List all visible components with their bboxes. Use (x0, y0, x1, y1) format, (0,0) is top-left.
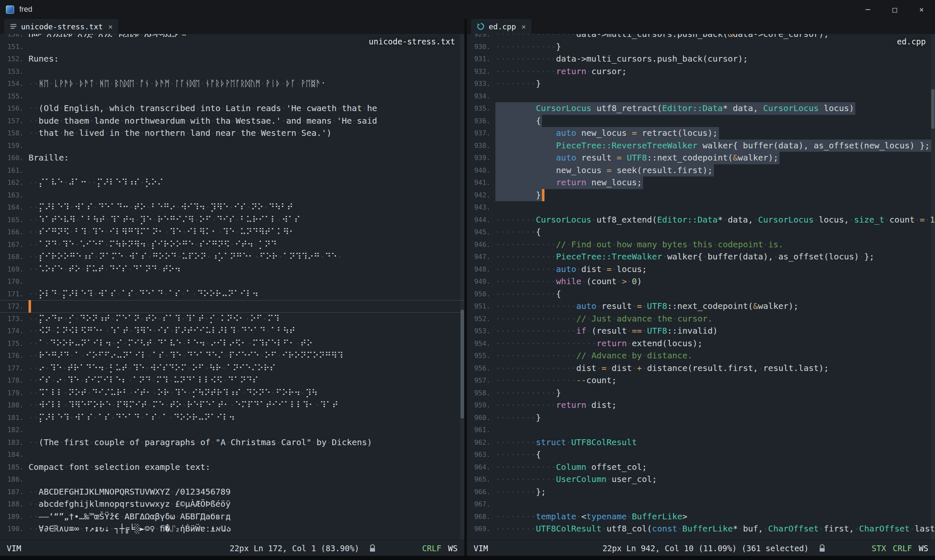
line-text: ············return·cursor; (495, 65, 627, 78)
line-text: ········template·<typename·BufferLike> (495, 511, 688, 523)
code-line: 947.············PieceTree::TreeWalker·wa… (467, 251, 935, 263)
lock-icon (819, 544, 826, 552)
line-number: 937. (467, 127, 490, 140)
code-line: 169.··⠡⠕⠎⠑·⠞⠕·⠏⠥⠞·⠙⠊⠎·⠙⠁⠝⠙·⠞⠕⠲ (0, 263, 464, 276)
scrollbar-thumb[interactable] (931, 89, 935, 129)
status-flag: WS (919, 544, 928, 553)
tab-unicode-stress[interactable]: unicode-stress.txt × (4, 19, 118, 34)
code-line: 969.········UTF8ColResult·utf8_col(const… (467, 523, 935, 535)
line-number: 938. (467, 140, 490, 152)
line-text: ················if·(result·==·UTF8::inva… (495, 325, 718, 337)
close-button[interactable]: × (908, 0, 935, 19)
line-number: 948. (467, 263, 490, 276)
line-text: ··ᚻᛖ·ᚳᚹᚫᚦ·ᚦᚫᛏ·ᚻᛖ·ᛒᚢᛞᛖ·ᚩᚾ·ᚦᚫᛗ·ᛚᚪᚾᛞᛖ·ᚾᚩᚱᚦᚹ… (29, 78, 326, 90)
line-text: ··bude·thaem·lande·northweardum·with·tha… (29, 115, 377, 127)
code-area: 150.ሰው·እንደቤቱ·እንጅ·እንደ·ጉረቤቱ·አይተዳደርም።151.15… (0, 34, 464, 535)
line-number: 190. (0, 523, 23, 535)
line-text: ··⡍⠜⠇⠑⠹·⠺⠁⠎·⠁⠎·⠙⠑⠁⠙·⠁⠎·⠁·⠙⠕⠕⠗⠤⠝⠁⠊⠇⠲ (29, 412, 235, 424)
line-text: ··⠊⠎·⠔·⠹⠑·⠎⠊⠍⠊⠇⠑⠆·⠁⠝⠙·⠍⠹·⠥⠝⠙⠁⠇⠇⠪⠫·⠙⠁⠝⠙⠎ (29, 374, 258, 387)
code-line: 184. (0, 449, 464, 461)
scrollbar-thumb[interactable] (461, 310, 464, 419)
line-number: 963. (467, 449, 490, 461)
scrollbar[interactable] (460, 34, 464, 540)
status-flags: STXCRLFWS (872, 544, 928, 553)
code-line: 164.··⡍⠜⠇⠑⠹·⠺⠁⠎·⠙⠑⠁⠙⠒·⠞⠕·⠃⠑⠛⠔·⠺⠊⠹⠲·⡹⠻⠑·⠊… (0, 201, 464, 214)
code-line: 945.········{ (467, 226, 935, 239)
code-line: 180.··⠺⠊⠇⠇·⠹⠻⠑⠋⠕⠗⠑·⠏⠻⠍⠊⠞·⠍⠑·⠞⠕·⠗⠑⠏⠑⠁⠞⠂·⠑… (0, 399, 464, 412)
line-text: ··⡍⠜⠇⠑⠹·⠺⠁⠎·⠙⠑⠁⠙⠒·⠞⠕·⠃⠑⠛⠔·⠺⠊⠹⠲·⡹⠻⠑·⠊⠎·⠝⠕… (29, 201, 293, 214)
split-view: unicode-stress.txt × 150.ሰው·እንደቤቱ·እንጅ·እን… (0, 19, 935, 556)
line-text: ····················return·extend(locus)… (495, 337, 703, 350)
cursor-position: 22px Ln 942, Col 10 (11.09%) (361 select… (602, 544, 809, 553)
line-number: 160. (0, 152, 23, 164)
line-text: ············{ (495, 288, 561, 301)
line-text: ············UserColumn·user_col; (495, 473, 657, 486)
code-line: 163. (0, 189, 464, 202)
line-text: ················dist·=·dist·+·distance(r… (495, 362, 829, 375)
line-text: ··⠔·⠹⠑·⠞⠗⠁⠙⠑⠲·⡃⠥⠞·⠹⠑·⠺⠊⠎⠙⠕⠍·⠕⠋·⠳⠗·⠁⠝⠊⠑⠌⠕… (29, 362, 276, 375)
scrollbar[interactable] (931, 34, 935, 540)
line-number: 188. (0, 498, 23, 511)
code-line: 967. (467, 498, 935, 511)
code-line: 177.··⠔·⠹⠑·⠞⠗⠁⠙⠑⠲·⡃⠥⠞·⠹⠑·⠺⠊⠎⠙⠕⠍·⠕⠋·⠳⠗·⠁⠝… (0, 362, 464, 375)
line-text: Runes: (29, 53, 59, 65)
line-text: ··⠱⠁⠞⠑⠧⠻·⠁⠃⠳⠞·⠹⠁⠞⠲·⡹⠑·⠗⠑⠛⠊⠌⠻·⠕⠋·⠙⠊⠎·⠃⠥⠗⠊… (29, 214, 300, 226)
line-text: ············Column·offset_col; (495, 461, 647, 474)
maximize-button[interactable]: □ (881, 0, 908, 19)
line-text: ············} (495, 387, 561, 399)
line-text: ··⡎⠊⠗⠕⠕⠛⠑⠰⠎·⠝⠁⠍⠑·⠺⠁⠎·⠛⠕⠕⠙·⠥⠏⠕⠝·⠰⡡⠁⠝⠛⠑⠂·⠋… (29, 251, 342, 263)
line-number: 955. (467, 350, 490, 362)
code-line: 930.············} (467, 41, 935, 53)
editor-unicode-stress[interactable]: 150.ሰው·እንደቤቱ·እንጅ·እንደ·ጉረቤቱ·አይተዳደርም።151.15… (0, 34, 464, 540)
tab-ed-cpp[interactable]: ed.cpp × (471, 19, 531, 34)
cpp-refresh-icon (477, 22, 485, 31)
line-number: 945. (467, 226, 490, 239)
code-line: 165.··⠱⠁⠞⠑⠧⠻·⠁⠃⠳⠞·⠹⠁⠞⠲·⡹⠑·⠗⠑⠛⠊⠌⠻·⠕⠋·⠙⠊⠎·… (0, 214, 464, 226)
code-line: 943. (467, 201, 935, 214)
code-line: 181.··⡍⠜⠇⠑⠹·⠺⠁⠎·⠁⠎·⠙⠑⠁⠙·⠁⠎·⠁·⠙⠕⠕⠗⠤⠝⠁⠊⠇⠲ (0, 412, 464, 424)
tab-close-icon[interactable]: × (108, 22, 113, 31)
line-text: ··⠎⠊⠛⠝⠫·⠃⠹·⠹⠑·⠊⠇⠻⠛⠹⠍⠁⠝⠂·⠹⠑·⠊⠇⠻⠅⠂·⠹⠑·⠥⠝⠙⠻… (29, 226, 295, 239)
line-text: ········{ (495, 115, 542, 127)
line-number: 176. (0, 350, 23, 362)
line-text: Compact·font·selection·example·text: (29, 461, 211, 474)
line-number: 166. (0, 226, 23, 239)
editor-ed-cpp[interactable]: 929.················data->multi_cursors.… (467, 34, 935, 540)
window-edge (0, 556, 935, 560)
line-number: 155. (0, 90, 23, 103)
code-line: 166.··⠎⠊⠛⠝⠫·⠃⠹·⠹⠑·⠊⠇⠻⠛⠹⠍⠁⠝⠂·⠹⠑·⠊⠇⠻⠅⠂·⠹⠑·… (0, 226, 464, 239)
line-text: ········struct·UTF8ColResult (495, 436, 637, 449)
line-number: 956. (467, 362, 490, 375)
line-number: 174. (0, 325, 23, 337)
line-number: 960. (467, 412, 490, 424)
tab-close-icon[interactable]: × (521, 22, 526, 31)
code-line: 931.············data->multi_cursors.push… (467, 53, 935, 65)
app-icon (6, 5, 14, 14)
file-badge: unicode-stress.txt (369, 37, 455, 46)
code-line: 938.············PieceTree::ReverseTreeWa… (467, 140, 935, 152)
minimize-button[interactable]: ─ (854, 0, 881, 19)
line-number: 931. (467, 53, 490, 65)
line-number: 165. (0, 214, 23, 226)
line-number: 168. (0, 251, 23, 263)
code-line: 162.··⡌⠁⠧⠑·⠼⠁⠒··⡍⠜⠇⠑⠹⠰⠎·⡣⠕⠌ (0, 176, 464, 189)
code-line: 158.··that·he·lived·in·the·northern·land… (0, 127, 464, 140)
line-text: ··⠪⠝·⠅⠝⠪⠇⠫⠛⠑⠂·⠱⠁⠞·⠹⠻⠑·⠊⠎·⠏⠜⠞⠊⠊⠥⠇⠜⠇⠹·⠙⠑⠁⠙… (29, 325, 295, 337)
line-number: 967. (467, 498, 490, 511)
code-line: 179.··⠩⠁⠇⠇·⠝⠕⠞·⠙⠊⠌⠥⠗⠃·⠊⠞⠂·⠕⠗·⠹⠑·⡊⠳⠝⠞⠗⠹⠰⠎… (0, 387, 464, 399)
tab-label: ed.cpp (489, 22, 516, 31)
line-number: 934. (467, 90, 490, 103)
line-text: ··ABCDEFGHIJKLMNOPQRSTUVWXYZ·/0123456789 (29, 486, 231, 498)
line-text: ················//·Just·advance·the·curs… (495, 313, 713, 325)
window-controls: ─ □ × (854, 0, 935, 19)
vim-mode-indicator: VIM (474, 544, 488, 553)
file-badge: ed.cpp (897, 37, 926, 46)
line-text: ············PieceTree::ReverseTreeWalker… (495, 140, 931, 152)
code-line: 155. (0, 90, 464, 103)
line-number: 943. (467, 201, 490, 214)
line-text: ············//·Find·out·how·many·bytes·t… (495, 239, 784, 251)
line-number: 939. (467, 152, 490, 164)
code-line: 944.········CursorLocus·utf8_extend(Edit… (467, 214, 935, 226)
code-line: 186. (0, 473, 464, 486)
line-text: ················data->multi_cursors.push… (495, 34, 829, 41)
